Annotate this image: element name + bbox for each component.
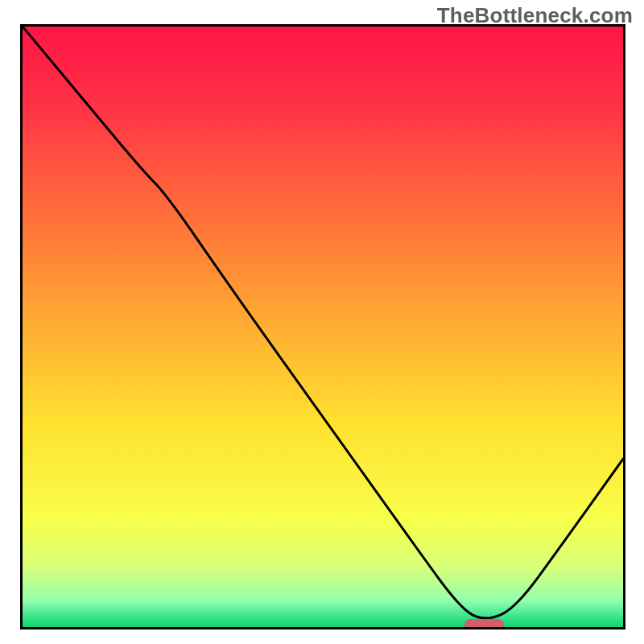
gradient-rect (23, 27, 623, 627)
chart-frame: TheBottleneck.com (0, 0, 644, 644)
plot-area (20, 24, 625, 630)
optimal-marker (464, 619, 504, 630)
plot-svg (23, 27, 623, 627)
